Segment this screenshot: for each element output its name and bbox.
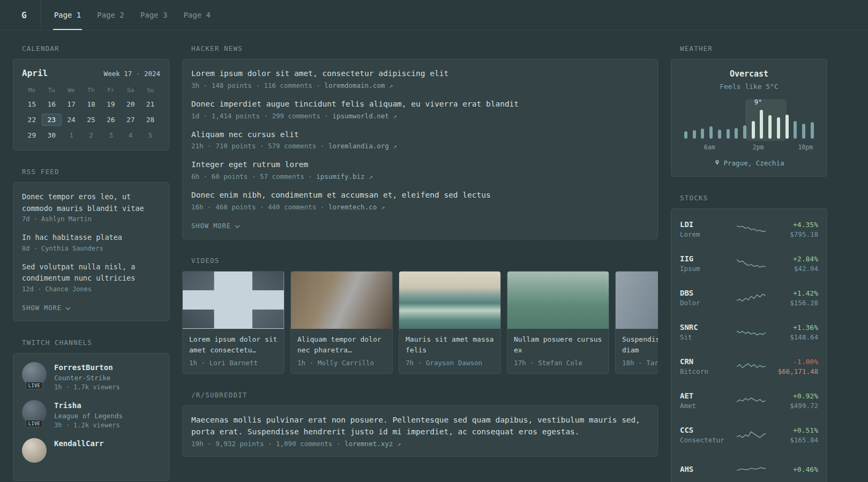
stock-row[interactable]: SNRCSit+1.36%$148.64 [680, 315, 818, 349]
middle-column: HACKER NEWS Lorem ipsum dolor sit amet, … [182, 44, 658, 482]
calendar-day[interactable]: 26 [101, 114, 121, 126]
twitch-widget: TWITCH CHANNELS LIVEForrestBurtonCounter… [13, 338, 169, 481]
stock-row[interactable]: AETAmet+0.92%$499.72 [680, 383, 818, 418]
stock-change: +0.92% [771, 392, 818, 400]
hackernews-item[interactable]: Donec enim nibh, condimentum et accumsan… [191, 190, 649, 211]
weather-location-row[interactable]: Prague, Czechia [680, 159, 818, 168]
calendar-day[interactable]: 15 [22, 98, 42, 110]
stock-row[interactable]: CRNBitcorn-1.00%$66,171.48 [680, 349, 818, 383]
hackernews-item-link[interactable]: loremtech.co [328, 203, 377, 211]
rss-item[interactable]: In hac habitasse platea8d · Cynthia Saun… [22, 232, 160, 252]
tab-page-3[interactable]: Page 3 [139, 0, 169, 30]
twitch-channel-name: KendallCarr [54, 439, 104, 448]
hackernews-item[interactable]: Donec imperdiet augue tincidunt felis al… [191, 99, 649, 120]
subreddit-item-link[interactable]: loremnet.xyz [345, 440, 393, 448]
video-card[interactable]: Aliquam tempor dolor nec pharetra…1h · M… [290, 271, 393, 374]
stock-row[interactable]: CCSConsectetur+0.51%$165.84 [680, 418, 818, 452]
stock-change: +0.46% [771, 465, 818, 473]
tab-page-2[interactable]: Page 2 [96, 0, 125, 30]
subreddit-item[interactable]: Maecenas mollis pulvinar erat non posuer… [191, 415, 649, 448]
tab-page-1[interactable]: Page 1 [53, 0, 83, 30]
hackernews-item[interactable]: Integer eget rutrum lorem6h · 60 points … [191, 159, 649, 180]
hackernews-item-meta: 3h · 148 points · 116 comments · loremdo… [191, 81, 649, 89]
stock-symbol: CRN [680, 357, 731, 366]
calendar-day[interactable]: 19 [101, 98, 121, 110]
hackernews-show-more-button[interactable]: SHOW MORE [191, 222, 240, 230]
external-link-icon: ↗ [377, 203, 385, 211]
stock-symbol: LDI [680, 220, 731, 229]
external-link-icon: ↗ [389, 112, 397, 120]
weather-time-label: 10pm [798, 144, 813, 151]
hackernews-item[interactable]: Aliquam nec cursus elit21h · 710 points … [191, 129, 649, 150]
calendar-grid: MoTuWeThFrSaSu15161718192021222324252627… [22, 87, 160, 141]
calendar-day[interactable]: 4 [121, 129, 140, 141]
calendar-day[interactable]: 20 [121, 98, 140, 110]
calendar-day[interactable]: 22 [22, 114, 42, 126]
video-card[interactable]: Suspendisse diam18h · Tara [615, 271, 658, 374]
twitch-channel[interactable]: KendallCarr [22, 438, 160, 463]
tab-page-4[interactable]: Page 4 [182, 0, 212, 30]
calendar-day[interactable]: 21 [140, 98, 160, 110]
stock-row[interactable]: IIGIpsum+2.84%$42.04 [680, 246, 818, 281]
calendar-day[interactable]: 25 [81, 114, 101, 126]
hackernews-item-link[interactable]: loremlandia.org [328, 142, 389, 150]
weather-bar [693, 130, 696, 139]
calendar-day[interactable]: 17 [62, 98, 81, 110]
stock-price: $795.18 [771, 230, 818, 238]
twitch-channel[interactable]: LIVEForrestBurtonCounter-Strike1h · 1.7k… [22, 362, 160, 391]
rss-item-title: Donec tempor eros leo, ut commodo mauris… [22, 191, 160, 214]
calendar-day[interactable]: 16 [42, 98, 62, 110]
rss-show-more-button[interactable]: SHOW MORE [22, 304, 71, 312]
calendar-day[interactable]: 29 [22, 129, 42, 141]
twitch-channel-name: ForrestBurton [54, 363, 120, 372]
separator-dot: · [136, 70, 140, 78]
logo[interactable]: G [13, 0, 41, 30]
stock-change: +4.35% [771, 221, 818, 229]
location-pin-icon [714, 159, 720, 168]
twitch-channel[interactable]: LIVETrishaLeague of Legends3h · 1.2k vie… [22, 400, 160, 429]
stock-row[interactable]: AHS+0.46% [680, 452, 818, 482]
live-badge: LIVE [26, 420, 43, 427]
calendar-widget-title: CALENDAR [22, 44, 169, 52]
stock-sparkline [737, 222, 766, 236]
external-link-icon: ↗ [393, 440, 401, 448]
stock-row[interactable]: DBSDolor+1.42%$156.28 [680, 281, 818, 315]
video-title: Aliquam tempor dolor nec pharetra… [297, 334, 386, 356]
calendar-day[interactable]: 27 [121, 114, 140, 126]
calendar-day[interactable]: 1 [62, 129, 81, 141]
weather-bar [802, 124, 805, 139]
hackernews-item-link[interactable]: loremdomain.com [324, 81, 385, 89]
calendar-day[interactable]: 5 [140, 129, 160, 141]
subreddit-item-stats: 19h · 9,932 points · 1,090 comments · [191, 440, 345, 448]
stock-change: +2.84% [771, 255, 818, 263]
weather-bar [752, 121, 755, 139]
calendar-day-selected[interactable]: 23 [42, 114, 62, 126]
calendar-day[interactable]: 24 [62, 114, 81, 126]
calendar-day[interactable]: 30 [42, 129, 62, 141]
stock-row[interactable]: LDILorem+4.35%$795.18 [680, 212, 818, 246]
video-card[interactable]: Mauris sit amet massa felis7h · Grayson … [399, 271, 501, 374]
calendar-day[interactable]: 3 [101, 129, 121, 141]
rss-item[interactable]: Donec tempor eros leo, ut commodo mauris… [22, 191, 160, 223]
calendar-day[interactable]: 28 [140, 114, 160, 126]
stock-sparkline [737, 462, 766, 476]
subreddit-item-title: Maecenas mollis pulvinar erat non posuer… [191, 415, 649, 438]
stock-sparkline [737, 394, 766, 408]
hackernews-item-link[interactable]: ipsumify.biz [316, 172, 364, 180]
weather-widget-title: WEATHER [680, 44, 827, 52]
stock-change: +0.51% [771, 426, 818, 434]
hackernews-item-stats: 16h · 468 points · 440 comments · [191, 203, 328, 211]
hackernews-item-link[interactable]: ipsumworld.net [332, 112, 388, 120]
video-card[interactable]: Nullam posuere cursus ex17h · Stefan Col… [507, 271, 609, 374]
rss-item[interactable]: Sed volutpat nulla nisl, a condimentum n… [22, 261, 160, 293]
calendar-day[interactable]: 18 [81, 98, 101, 110]
hackernews-item[interactable]: Lorem ipsum dolor sit amet, consectetur … [191, 68, 649, 89]
videos-widget-title: VIDEOS [191, 257, 658, 265]
hackernews-widget: HACKER NEWS Lorem ipsum dolor sit amet, … [182, 44, 658, 239]
rss-item-title: In hac habitasse platea [22, 232, 160, 244]
calendar-dow: Mo [22, 87, 42, 95]
calendar-header: April Week 17 · 2024 [22, 68, 160, 78]
calendar-day[interactable]: 2 [81, 129, 101, 141]
weather-time-label: 6am [704, 144, 715, 151]
video-card[interactable]: Lorem ipsum dolor sit amet consectetu…1h… [182, 271, 285, 374]
